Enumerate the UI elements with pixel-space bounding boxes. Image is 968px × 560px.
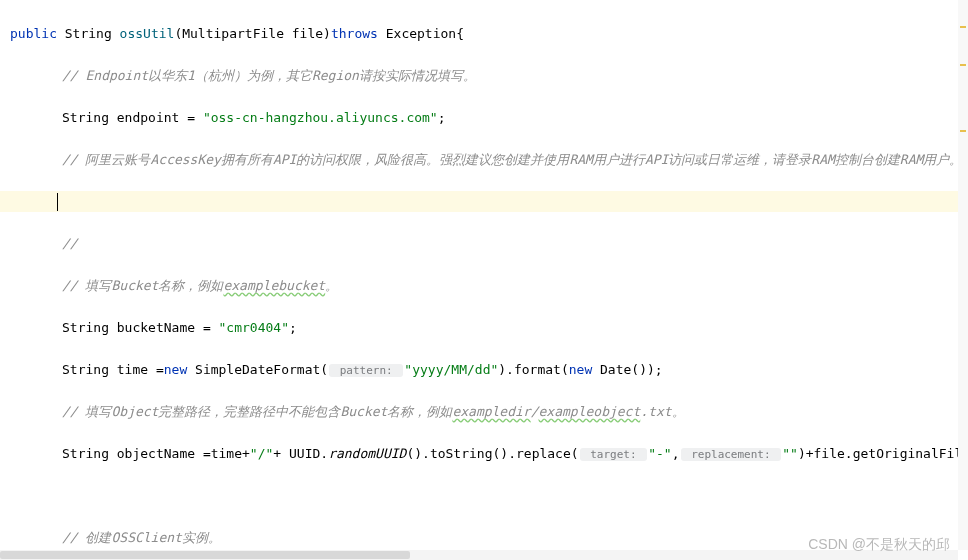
- current-line[interactable]: [0, 191, 960, 212]
- param-hint: pattern:: [329, 364, 403, 377]
- type: String: [65, 26, 112, 41]
- exception: Exception: [386, 26, 456, 41]
- param-hint: replacement:: [681, 448, 782, 461]
- code-line[interactable]: String bucketName = "cmr0404";: [10, 317, 968, 338]
- warning-mark[interactable]: [960, 26, 966, 28]
- code-line[interactable]: // 创建OSSClient实例。: [10, 527, 968, 548]
- warning-mark[interactable]: [960, 64, 966, 66]
- comment: // 阿里云账号AccessKey拥有所有API的访问权限，风险很高。强烈建议您…: [62, 152, 962, 167]
- scrollbar-thumb[interactable]: [0, 551, 410, 559]
- gutter-marks: [958, 0, 968, 550]
- code-text: String endpoint =: [62, 110, 203, 125]
- comment: // Endpoint以华东1（杭州）为例，其它Region请按实际情况填写。: [62, 68, 476, 83]
- code-line[interactable]: public String ossUtil(MultipartFile file…: [10, 23, 968, 44]
- code-line[interactable]: // 填写Bucket名称，例如examplebucket。: [10, 275, 968, 296]
- code-line[interactable]: [10, 485, 968, 506]
- code-editor[interactable]: public String ossUtil(MultipartFile file…: [0, 0, 968, 560]
- comment: // 填写Object完整路径，完整路径中不能包含Bucket名称，例如exam…: [62, 404, 685, 419]
- horizontal-scrollbar[interactable]: [0, 550, 958, 560]
- params: (MultipartFile file): [174, 26, 331, 41]
- text-caret: [57, 193, 58, 211]
- code-line[interactable]: String endpoint = "oss-cn-hangzhou.aliyu…: [10, 107, 968, 128]
- comment: // 填写Bucket名称，例如examplebucket。: [62, 278, 338, 293]
- code-line[interactable]: String time =new SimpleDateFormat( patte…: [10, 359, 968, 380]
- string-literal: "oss-cn-hangzhou.aliyuncs.com": [203, 110, 438, 125]
- brace: {: [456, 26, 464, 41]
- code-line[interactable]: // 阿里云账号AccessKey拥有所有API的访问权限，风险很高。强烈建议您…: [10, 149, 968, 170]
- vertical-scrollbar[interactable]: [958, 0, 968, 550]
- string-literal: "cmr0404": [219, 320, 289, 335]
- code-line[interactable]: // 填写Object完整路径，完整路径中不能包含Bucket名称，例如exam…: [10, 401, 968, 422]
- keyword: public: [10, 26, 57, 41]
- comment: //: [62, 236, 78, 251]
- method-name: ossUtil: [120, 26, 175, 41]
- code-line[interactable]: String objectName =time+"/"+ UUID.random…: [10, 443, 968, 464]
- code-line[interactable]: //: [10, 233, 968, 254]
- warning-mark[interactable]: [960, 130, 966, 132]
- code-line[interactable]: // Endpoint以华东1（杭州）为例，其它Region请按实际情况填写。: [10, 65, 968, 86]
- comment: // 创建OSSClient实例。: [62, 530, 221, 545]
- keyword: throws: [331, 26, 378, 41]
- param-hint: target:: [580, 448, 648, 461]
